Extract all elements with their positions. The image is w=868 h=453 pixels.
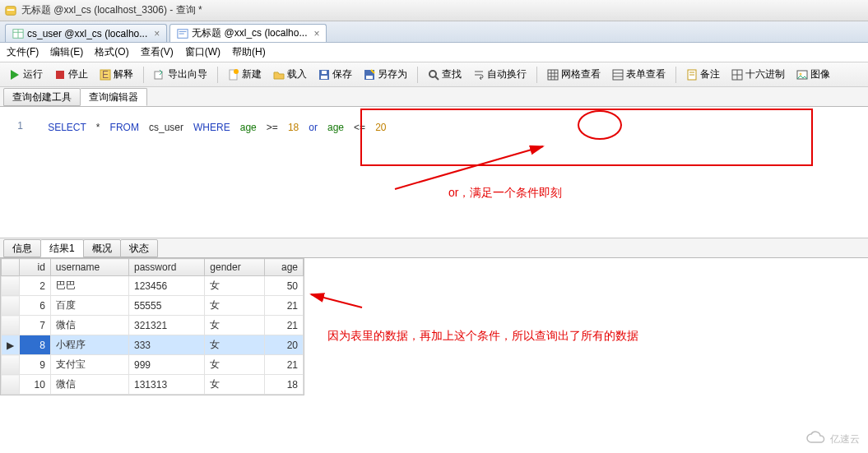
query-icon: [177, 28, 188, 39]
tab-profile[interactable]: 概况: [83, 239, 121, 257]
form-view-button[interactable]: 表单查看: [608, 65, 670, 84]
svg-point-36: [800, 72, 802, 75]
result-area: id username password gender age 2巴巴12345…: [0, 258, 868, 395]
stop-button[interactable]: 停止: [50, 65, 92, 84]
explain-icon: E: [100, 69, 111, 81]
svg-rect-21: [548, 70, 558, 80]
hex-icon: [731, 69, 743, 81]
svg-marker-7: [11, 70, 19, 80]
annotation-text-2: 因为表里的数据，再加上这个条件，所以查询出了所有的数据: [327, 329, 638, 344]
row-marker-header: [2, 259, 20, 276]
table-row[interactable]: 6百度55555女21: [2, 296, 304, 316]
image-button[interactable]: 图像: [792, 65, 834, 84]
new-button[interactable]: 新建: [224, 65, 266, 84]
editor-tabs: 查询创建工具 查询编辑器: [0, 87, 868, 107]
svg-line-37: [395, 146, 543, 189]
memo-button[interactable]: 备注: [682, 65, 724, 84]
tab-info[interactable]: 信息: [3, 239, 41, 257]
close-icon[interactable]: ×: [313, 28, 319, 39]
table-row[interactable]: 10微信131313女18: [2, 375, 304, 395]
tab-status[interactable]: 状态: [120, 239, 158, 257]
svg-rect-15: [321, 76, 327, 79]
window-title: 无标题 @xxl_cs (localhost_3306) - 查询 *: [21, 3, 202, 17]
doc-tab-label: cs_user @xxl_cs (localho...: [27, 28, 147, 39]
separator: [675, 67, 676, 83]
doc-tab-untitled[interactable]: 无标题 @xxl_cs (localho... ×: [169, 24, 327, 42]
title-bar: 无标题 @xxl_cs (localhost_3306) - 查询 *: [0, 0, 868, 21]
menu-file[interactable]: 文件(F): [7, 45, 39, 59]
play-icon: [9, 69, 21, 81]
menu-window[interactable]: 窗口(W): [185, 45, 220, 59]
new-icon: [228, 69, 239, 81]
sql-editor[interactable]: 1 SELECT * FROM cs_user WHERE age >= 18 …: [0, 107, 868, 238]
wrap-icon: [473, 69, 485, 81]
table-row-selected[interactable]: ▶8小程序333女20: [2, 335, 304, 355]
close-icon[interactable]: ×: [154, 28, 160, 39]
document-tabs: cs_user @xxl_cs (localho... × 无标题 @xxl_c…: [0, 21, 868, 43]
separator: [536, 67, 537, 83]
separator: [217, 67, 218, 83]
save-as-button[interactable]: 另存为: [360, 65, 411, 84]
doc-tab-csuser[interactable]: cs_user @xxl_cs (localho... ×: [5, 24, 167, 42]
result-grid[interactable]: id username password gender age 2巴巴12345…: [0, 258, 304, 395]
svg-line-20: [435, 76, 439, 80]
wrap-button[interactable]: 自动换行: [469, 65, 531, 84]
watermark: 亿速云: [805, 431, 860, 448]
save-as-icon: [364, 69, 375, 81]
menu-view[interactable]: 查看(V): [141, 45, 174, 59]
svg-rect-11: [155, 72, 162, 79]
col-username[interactable]: username: [50, 259, 128, 276]
hex-button[interactable]: 十六进制: [727, 65, 789, 84]
tab-result[interactable]: 结果1: [40, 239, 84, 257]
result-tabs: 信息 结果1 概况 状态: [0, 238, 868, 258]
grid-icon: [547, 69, 559, 81]
table-row[interactable]: 2巴巴123456女50: [2, 276, 304, 296]
explain-button[interactable]: E解释: [95, 65, 137, 84]
sql-line: SELECT * FROM cs_user WHERE age >= 18 or…: [18, 115, 387, 135]
menu-format[interactable]: 格式(O): [95, 45, 128, 59]
save-icon: [318, 69, 330, 81]
open-button[interactable]: 载入: [269, 65, 311, 84]
col-password[interactable]: password: [129, 259, 205, 276]
col-id[interactable]: id: [20, 259, 51, 276]
annotation-circle: [578, 110, 622, 140]
stop-icon: [54, 69, 66, 81]
grid-view-button[interactable]: 网格查看: [543, 65, 605, 84]
export-icon: [154, 69, 165, 81]
annotation-arrow-2: [304, 284, 370, 317]
separator: [417, 67, 418, 83]
menu-edit[interactable]: 编辑(E): [50, 45, 83, 59]
svg-point-13: [234, 69, 239, 74]
tab-query-editor[interactable]: 查询编辑器: [80, 88, 147, 106]
annotation-text-1: or，满足一个条件即刻: [448, 186, 562, 201]
table-header-row: id username password gender age: [2, 259, 304, 276]
app-icon: [5, 5, 16, 16]
run-button[interactable]: 运行: [5, 65, 47, 84]
form-icon: [612, 69, 624, 81]
memo-icon: [686, 69, 698, 81]
separator: [143, 67, 144, 83]
col-age[interactable]: age: [264, 259, 303, 276]
save-button[interactable]: 保存: [314, 65, 356, 84]
svg-rect-8: [56, 71, 64, 79]
svg-point-19: [429, 71, 436, 77]
menu-help[interactable]: 帮助(H): [232, 45, 266, 59]
tab-query-builder[interactable]: 查询创建工具: [3, 88, 81, 106]
menu-bar: 文件(F) 编辑(E) 格式(O) 查看(V) 窗口(W) 帮助(H): [0, 43, 868, 62]
col-gender[interactable]: gender: [205, 259, 264, 276]
toolbar: 运行 停止 E解释 导出向导 新建 载入 保存 另存为 查找 自动换行 网格查看…: [0, 62, 868, 87]
svg-rect-1: [7, 9, 15, 11]
export-wizard-button[interactable]: 导出向导: [150, 65, 211, 84]
cloud-icon: [805, 431, 827, 448]
table-row[interactable]: 7微信321321女21: [2, 316, 304, 335]
svg-text:E: E: [102, 69, 109, 81]
table-icon: [12, 28, 24, 39]
svg-rect-18: [366, 76, 373, 79]
svg-rect-26: [613, 70, 623, 80]
table-row[interactable]: 9支付宝999女21: [2, 355, 304, 375]
image-icon: [796, 69, 808, 81]
svg-rect-16: [322, 71, 327, 74]
folder-open-icon: [273, 69, 285, 81]
find-button[interactable]: 查找: [424, 65, 466, 84]
doc-tab-label: 无标题 @xxl_cs (localho...: [192, 26, 307, 40]
